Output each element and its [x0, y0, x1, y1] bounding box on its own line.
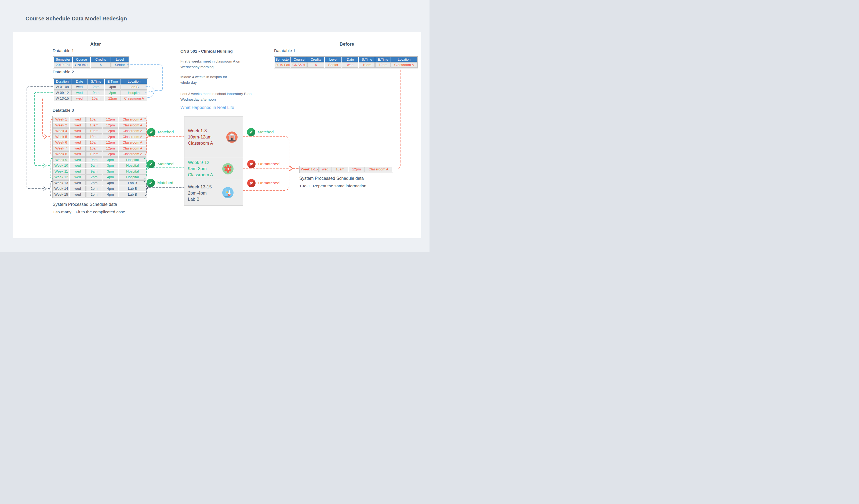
- table-cell: Hospital: [119, 169, 146, 174]
- column-header: Course: [291, 57, 307, 62]
- table-cell: Classroom A: [121, 96, 147, 101]
- column-header: Date: [342, 57, 358, 62]
- column-header: Date: [71, 79, 88, 84]
- table-cell: 3pm: [103, 169, 118, 174]
- after-caption-line2: 1-to-manyFit to the complicated case: [52, 210, 125, 214]
- table-cell: 6: [91, 62, 110, 67]
- table-cell: 10am: [86, 140, 102, 145]
- table-cell: 12pm: [103, 151, 118, 157]
- table-cell: Week 11: [53, 169, 69, 174]
- table-cell: Classroom A: [119, 128, 146, 134]
- check-icon: ✔: [147, 128, 155, 136]
- table-row: Week 14wed2pm4pmLab B: [53, 186, 146, 192]
- table-cell: Week 4: [53, 128, 69, 134]
- table-cell: Week 2: [53, 123, 69, 128]
- table-cell: 10am: [86, 146, 102, 151]
- before-caption-keyword: 1-to-1: [299, 184, 310, 188]
- table-cell: Week 12: [53, 174, 69, 180]
- table-cell: 2pm: [86, 174, 102, 180]
- table-cell: 10am: [88, 96, 104, 101]
- table-row: Week 1-15wed10am12pmClassroom A: [300, 167, 392, 172]
- table-row: Week 1wed10am12pmClassroom A: [53, 117, 146, 122]
- column-header: Level: [325, 57, 342, 62]
- table-cell: Week 8: [53, 151, 69, 157]
- table-cell: wed: [71, 96, 88, 101]
- table-cell: 10am: [86, 151, 102, 157]
- table-cell: Week 6: [53, 140, 69, 145]
- table-cell: Week 9: [53, 157, 69, 163]
- matched-label-1: Matched: [158, 129, 174, 135]
- course-paragraph-3: Last 3 weeks meet in school laboratory B…: [180, 91, 252, 102]
- processed-schedule-row: Week 1-15wed10am12pmClassroom A: [299, 166, 393, 173]
- table-cell: W 13-15: [54, 96, 71, 101]
- table-cell: wed: [70, 123, 86, 128]
- table-cell: 12pm: [349, 167, 364, 172]
- table-cell: wed: [70, 146, 86, 151]
- table-cell: 12pm: [103, 117, 118, 122]
- table-cell: wed: [70, 151, 86, 157]
- page-title: Course Schedule Data Model Redesign: [26, 16, 127, 22]
- table-cell: Classroom A: [119, 134, 146, 140]
- table-cell: wed: [319, 167, 332, 172]
- table-cell: 2pm: [86, 186, 102, 192]
- datatable-2: DurationDateS.TimeE.TimeLocationW 01-08w…: [53, 78, 148, 102]
- table-row: Week 13wed2pm4pmLab B: [53, 180, 146, 186]
- table-cell: Week 14: [53, 186, 69, 192]
- table-cell: Lab B: [119, 192, 146, 197]
- table-cell: 12pm: [103, 146, 118, 151]
- column-header: Course: [73, 57, 90, 62]
- column-header: Duration: [54, 79, 71, 84]
- check-icon: ✔: [147, 160, 155, 168]
- table-row: 2019 FallCNS5016Seniorwed10am12pmClassro…: [275, 62, 417, 67]
- column-header: Credits: [307, 57, 324, 62]
- table-cell: Hospital: [119, 174, 146, 180]
- column-header: Location: [121, 79, 147, 84]
- table-header-row: SemesterCourseCreditsLevelDateS.TimeE.Ti…: [275, 57, 417, 62]
- table-cell: wed: [70, 128, 86, 134]
- table-cell: 4pm: [103, 192, 118, 197]
- card-section-weeks9-12: Week 9-12 9am-3pm Classroom A: [188, 159, 213, 178]
- svg-text:H: H: [227, 167, 229, 171]
- column-header: E.Time: [375, 57, 391, 62]
- table-cell: 2pm: [86, 192, 102, 197]
- datatable-3: Week 1wed10am12pmClassroom AWeek 2wed10a…: [52, 116, 147, 198]
- table-row: W 01-08wed2pm4pmLab B: [54, 84, 147, 90]
- matched-label-2: Matched: [157, 162, 174, 166]
- table-cell: 12pm: [103, 134, 118, 140]
- table-cell: Week 10: [53, 163, 69, 168]
- after-heading: After: [79, 42, 112, 47]
- table-cell: Classroom A: [119, 146, 146, 151]
- table-cell: wed: [70, 157, 86, 163]
- before-caption-line1: System Processed Schedule data: [299, 176, 364, 181]
- table-cell: wed: [70, 117, 86, 122]
- table-row: Week 11wed9am3pmHospital: [53, 169, 146, 174]
- table-cell: 9am: [88, 90, 104, 95]
- table-cell: 10am: [359, 62, 375, 67]
- table-cell: Classroom A: [119, 117, 146, 122]
- table-row: Week 12wed2pm4pmHospital: [53, 174, 146, 180]
- table-row: Week 15wed2pm4pmLab B: [53, 192, 146, 197]
- table-cell: Week 1: [53, 117, 69, 122]
- unmatched-label-2: Unmatched: [258, 181, 280, 185]
- table-cell: 4pm: [105, 84, 121, 90]
- table-cell: 12pm: [103, 128, 118, 134]
- column-header: S.Time: [88, 79, 104, 84]
- table-cell: wed: [71, 84, 88, 90]
- table-cell: 10am: [86, 123, 102, 128]
- table-cell: 4pm: [103, 174, 118, 180]
- column-header: Semester: [275, 57, 290, 62]
- datatable1-after-label: Datatable 1: [52, 48, 74, 53]
- column-header: Credits: [91, 57, 110, 62]
- table-cell: Classroom A: [119, 123, 146, 128]
- check-icon: ✔: [247, 128, 255, 136]
- table-row: Week 4wed10am12pmClassroom A: [53, 128, 146, 134]
- x-icon: ✖: [247, 160, 256, 168]
- before-caption-line2: 1-to-1Repeat the same information: [299, 184, 366, 188]
- table-cell: Week 5: [53, 134, 69, 140]
- table-cell: Senior: [111, 62, 129, 67]
- after-caption-rest: Fit to the complicated case: [76, 210, 125, 214]
- table-cell: Senior: [325, 62, 342, 67]
- table-cell: wed: [70, 169, 86, 174]
- table-cell: 2pm: [88, 84, 104, 90]
- after-caption-keyword: 1-to-many: [52, 210, 71, 214]
